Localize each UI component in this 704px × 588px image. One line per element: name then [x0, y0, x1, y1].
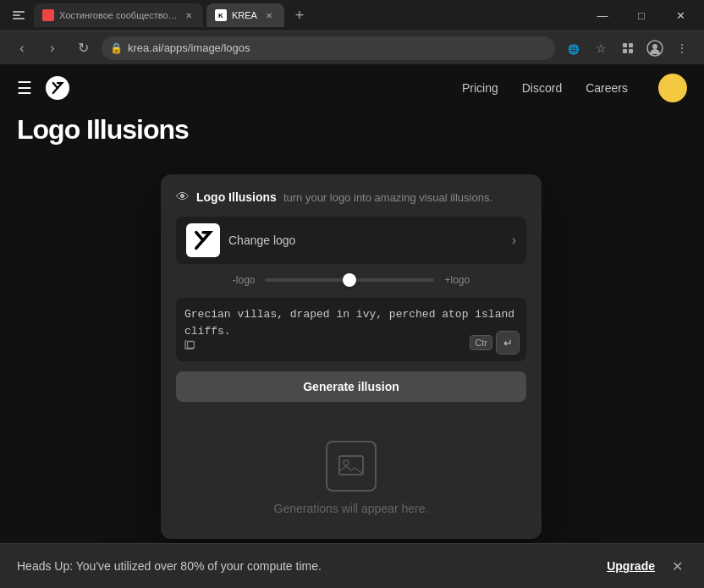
svg-rect-1 — [13, 14, 20, 16]
page-content: ☰ Pricing Discord Careers Logo Illusions… — [0, 64, 704, 588]
kbd-ctrl-hint: Ctr — [470, 335, 492, 350]
image-placeholder-icon — [326, 441, 377, 492]
panel-title: Logo Illusions — [196, 190, 277, 204]
notification-close-button[interactable]: ✕ — [667, 556, 687, 576]
tab-krea[interactable]: K KREA ✕ — [206, 3, 284, 27]
menu-dots-icon[interactable]: ⋮ — [670, 36, 694, 60]
prompt-input[interactable] — [184, 306, 518, 353]
maximize-button[interactable]: □ — [624, 3, 658, 27]
close-button[interactable]: ✕ — [663, 3, 697, 27]
page-title: Logo Illusions — [17, 114, 687, 146]
url-text: krea.ai/apps/image/logos — [128, 41, 547, 54]
avatar-icon[interactable] — [643, 36, 667, 60]
tab-bar: Хостинговое сообщество «Tim ✕ K KREA ✕ +… — [0, 0, 704, 30]
svg-rect-7 — [629, 49, 633, 53]
logo-preview — [186, 223, 220, 257]
logo-strength-slider[interactable] — [265, 278, 434, 282]
slider-left-label: -logo — [233, 274, 256, 286]
notification-text: Heads Up: You've utilized over 80% of yo… — [17, 559, 602, 573]
window-controls: — □ ✕ — [586, 3, 697, 27]
refresh-button[interactable]: ↻ — [71, 36, 95, 60]
url-bar[interactable]: 🔒 krea.ai/apps/image/logos — [102, 36, 555, 60]
new-tab-button[interactable]: + — [288, 3, 311, 27]
slider-row: -logo +logo — [176, 274, 526, 286]
generate-button[interactable]: Generate illusion — [176, 371, 526, 402]
logo-selector[interactable]: Change logo › — [176, 217, 526, 264]
logo-selector-label: Change logo — [228, 234, 503, 247]
prompt-actions: Ctr ↵ — [470, 331, 520, 354]
svg-rect-5 — [629, 43, 633, 47]
panel-header: 👁 Logo Illusions turn your logo into ama… — [176, 190, 526, 205]
extension-icon[interactable] — [616, 36, 640, 60]
page-title-area: Logo Illusions — [0, 111, 704, 146]
site-topbar: ☰ Pricing Discord Careers — [0, 64, 704, 111]
notification-bar: Heads Up: You've utilized over 80% of yo… — [0, 543, 704, 588]
generations-placeholder: Generations will appear here. — [176, 415, 526, 524]
svg-point-9 — [652, 44, 657, 49]
browser-actions: 🌐 ☆ ⋮ — [562, 36, 694, 60]
prompt-container: Ctr ↵ — [176, 298, 526, 361]
back-button[interactable]: ‹ — [10, 36, 34, 60]
nav-discord[interactable]: Discord — [522, 81, 562, 95]
svg-text:🌐: 🌐 — [568, 43, 580, 55]
slider-thumb[interactable] — [343, 273, 356, 287]
tab-label-krea: KREA — [232, 10, 257, 20]
slider-right-label: +logo — [444, 274, 470, 286]
main-panel: 👁 Logo Illusions turn your logo into ama… — [161, 174, 542, 539]
tab-favicon-hosting — [42, 9, 54, 21]
hamburger-menu[interactable]: ☰ — [17, 78, 32, 98]
tab-hosting[interactable]: Хостинговое сообщество «Tim ✕ — [34, 3, 203, 27]
logo-icon — [46, 76, 69, 100]
copy-icon[interactable] — [184, 338, 196, 353]
translate-icon[interactable]: 🌐 — [562, 36, 586, 60]
eye-icon: 👁 — [176, 190, 190, 205]
nav-pricing[interactable]: Pricing — [462, 81, 498, 95]
lock-icon: 🔒 — [110, 42, 123, 54]
address-bar: ‹ › ↻ 🔒 krea.ai/apps/image/logos 🌐 ☆ — [0, 30, 704, 64]
browser-chrome: Хостинговое сообщество «Tim ✕ K KREA ✕ +… — [0, 0, 704, 64]
site-logo — [42, 75, 69, 99]
svg-rect-0 — [13, 11, 25, 13]
generations-placeholder-text: Generations will appear here. — [274, 502, 429, 515]
svg-rect-6 — [623, 49, 627, 53]
svg-point-12 — [344, 460, 349, 465]
tab-favicon-krea: K — [215, 9, 227, 21]
svg-rect-10 — [188, 342, 195, 349]
chevron-right-icon: › — [512, 233, 516, 248]
svg-rect-4 — [623, 43, 627, 47]
star-icon[interactable]: ☆ — [589, 36, 613, 60]
upgrade-link[interactable]: Upgrade — [607, 559, 655, 573]
svg-rect-2 — [13, 18, 25, 19]
site-nav: Pricing Discord Careers — [462, 74, 687, 102]
browser-sidebar-btn[interactable] — [7, 3, 30, 27]
prompt-submit-button[interactable]: ↵ — [496, 331, 520, 354]
user-avatar[interactable] — [658, 74, 687, 102]
tab-close-hosting[interactable]: ✕ — [183, 8, 195, 22]
nav-careers[interactable]: Careers — [586, 81, 628, 95]
tab-close-krea[interactable]: ✕ — [262, 8, 276, 22]
minimize-button[interactable]: — — [586, 3, 619, 27]
panel-subtitle: turn your logo into amazing visual illus… — [283, 191, 492, 204]
tab-label-hosting: Хостинговое сообщество «Tim — [59, 10, 178, 20]
forward-button[interactable]: › — [41, 36, 64, 60]
